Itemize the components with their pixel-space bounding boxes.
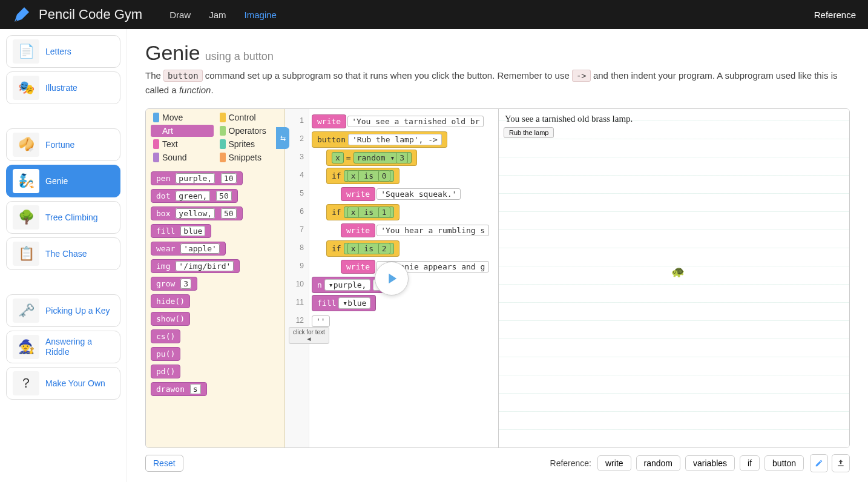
tab-imagine[interactable]: Imagine xyxy=(235,0,286,29)
footer-bar: Reset Reference: writerandomvariablesifb… xyxy=(145,448,850,476)
palette-blocks: pen purple, 10dot green, 50box yellow, 5… xyxy=(146,166,284,447)
sidebar-icon: 🧞 xyxy=(13,169,39,193)
palette-toggle[interactable]: ⇆ xyxy=(276,127,289,149)
palette-cat-sprites[interactable]: Sprites xyxy=(217,138,280,150)
line-number: 6 xyxy=(285,202,304,220)
edit-icon-button[interactable] xyxy=(810,454,828,472)
code-line[interactable]: write'A genie appears and g xyxy=(341,259,498,275)
line-number: 5 xyxy=(285,184,304,202)
code-line[interactable]: '' xyxy=(312,313,498,329)
swatch-icon xyxy=(220,153,226,162)
palette-cat-move[interactable]: Move xyxy=(151,111,214,124)
palette-block-drawon[interactable]: drawon s xyxy=(151,382,207,396)
palette-block-pd[interactable]: pd() xyxy=(151,365,180,378)
palette-cat-control[interactable]: Control xyxy=(217,111,280,124)
code-line[interactable]: if x is 0 xyxy=(326,168,498,184)
palette-block-hide[interactable]: hide() xyxy=(151,294,190,308)
code-line[interactable]: write'You see a tarnished old br xyxy=(312,113,498,130)
sidebar-icon: ？ xyxy=(13,371,39,395)
palette-block-grow[interactable]: grow 3 xyxy=(151,277,197,291)
code-line[interactable] xyxy=(312,331,498,348)
sidebar-label: Illustrate xyxy=(45,83,77,93)
content-area: Genie using a button The button command … xyxy=(127,29,868,482)
click-for-text-badge[interactable]: click for text◄ xyxy=(289,327,329,344)
sidebar-item-genie[interactable]: 🧞Genie xyxy=(6,165,120,197)
sidebar-item-picking-up-a-key[interactable]: 🗝️Picking Up a Key xyxy=(6,294,120,327)
line-number: 11 xyxy=(285,293,304,311)
reset-button[interactable]: Reset xyxy=(145,455,183,472)
sidebar-icon: 🧙 xyxy=(13,335,39,359)
page-title: Genie using a button xyxy=(145,41,850,65)
code-line[interactable]: if x is 1 xyxy=(326,204,498,220)
sidebar-icon: 🗝️ xyxy=(13,299,39,323)
sidebar-label: Genie xyxy=(45,176,68,187)
swatch-icon xyxy=(220,126,226,136)
sidebar-item-make-your-own[interactable]: ？Make Your Own xyxy=(6,367,120,400)
code-line[interactable]: if x is 2 xyxy=(326,240,498,257)
code-editor[interactable]: 12345678910111213 write'You see a tarnis… xyxy=(285,109,498,447)
sidebar-label: Fortune xyxy=(45,140,74,150)
ref-btn-if[interactable]: if xyxy=(740,455,760,471)
palette-block-img[interactable]: img '/img/bird' xyxy=(151,259,240,273)
ref-btn-write[interactable]: write xyxy=(597,455,631,471)
palette-block-box[interactable]: box yellow, 50 xyxy=(151,206,243,220)
palette-cat-art[interactable]: Art xyxy=(151,125,214,137)
code-line[interactable]: x = random ▾3 xyxy=(326,150,498,166)
palette-block-pen[interactable]: pen purple, 10 xyxy=(151,171,243,185)
code-chip-arrow: -> xyxy=(572,70,591,82)
palette-cat-operators[interactable]: Operators xyxy=(217,125,280,137)
line-number: 9 xyxy=(285,257,304,275)
palette-categories: MoveControlArtOperatorsTextSpritesSoundS… xyxy=(146,109,284,166)
play-button[interactable] xyxy=(375,262,409,295)
output-text: You see a tarnished old brass lamp. xyxy=(505,114,633,124)
sidebar-label: Make Your Own xyxy=(45,378,105,389)
palette-block-cs[interactable]: cs() xyxy=(151,329,180,343)
palette-block-pu[interactable]: pu() xyxy=(151,347,180,361)
swatch-icon xyxy=(153,113,159,122)
sidebar-label: Answering a Riddle xyxy=(45,337,114,357)
sidebar-item-tree-climbing[interactable]: 🌳Tree Climbing xyxy=(6,201,120,234)
palette-cat-snippets[interactable]: Snippets xyxy=(217,151,280,163)
sidebar-item-fortune[interactable]: 🥠Fortune xyxy=(6,128,120,161)
swatch-icon xyxy=(153,126,159,136)
palette-block-show[interactable]: show() xyxy=(151,312,190,326)
palette-block-wear[interactable]: wear 'apple' xyxy=(151,242,226,256)
code-chip-button: button xyxy=(163,70,203,82)
page-subtitle: using a button xyxy=(205,50,274,63)
sidebar-icon: 🎭 xyxy=(13,76,39,100)
reference-link[interactable]: Reference xyxy=(814,10,856,20)
code-line[interactable]: write'Squeak squeak.' xyxy=(341,186,498,202)
code-line[interactable]: write'You hear a rumbling s xyxy=(341,222,498,239)
line-number: 7 xyxy=(285,220,304,239)
page-description: The button command set up a subprogram s… xyxy=(145,68,850,97)
line-gutter: 12345678910111213 xyxy=(285,109,309,447)
tab-draw[interactable]: Draw xyxy=(160,0,200,29)
code-line[interactable]: button 'Rub the lamp', -> xyxy=(312,131,498,148)
swatch-icon xyxy=(220,139,226,149)
sidebar-icon: 📋 xyxy=(13,242,39,266)
sidebar-item-the-chase[interactable]: 📋The Chase xyxy=(6,237,120,270)
ref-btn-button[interactable]: button xyxy=(764,455,804,471)
tab-jam[interactable]: Jam xyxy=(200,0,235,29)
sidebar: 📄Letters🎭Illustrate🥠Fortune🧞Genie🌳Tree C… xyxy=(0,29,127,482)
sidebar-item-illustrate[interactable]: 🎭Illustrate xyxy=(6,71,120,104)
swatch-icon xyxy=(153,153,159,162)
reference-buttons: writerandomvariablesifbutton xyxy=(597,455,804,471)
block-palette: MoveControlArtOperatorsTextSpritesSoundS… xyxy=(146,109,285,447)
sidebar-item-answering-a-riddle[interactable]: 🧙Answering a Riddle xyxy=(6,331,120,363)
palette-cat-sound[interactable]: Sound xyxy=(151,151,214,163)
ref-btn-variables[interactable]: variables xyxy=(685,455,735,471)
output-button-rub[interactable]: Rub the lamp xyxy=(504,127,554,138)
sidebar-label: Letters xyxy=(45,47,71,57)
brand-title: Pencil Code Gym xyxy=(39,7,142,22)
ref-btn-random[interactable]: random xyxy=(636,455,680,471)
sidebar-label: Tree Climbing xyxy=(45,213,98,223)
palette-cat-text[interactable]: Text xyxy=(151,138,214,150)
code-line[interactable]: fill ▾blue xyxy=(312,295,498,311)
palette-block-fill[interactable]: fill blue xyxy=(151,224,211,238)
swatch-icon xyxy=(153,139,159,149)
sidebar-label: The Chase xyxy=(45,249,87,259)
palette-block-dot[interactable]: dot green, 50 xyxy=(151,189,238,203)
share-icon-button[interactable] xyxy=(832,454,850,472)
sidebar-item-letters[interactable]: 📄Letters xyxy=(6,35,120,68)
